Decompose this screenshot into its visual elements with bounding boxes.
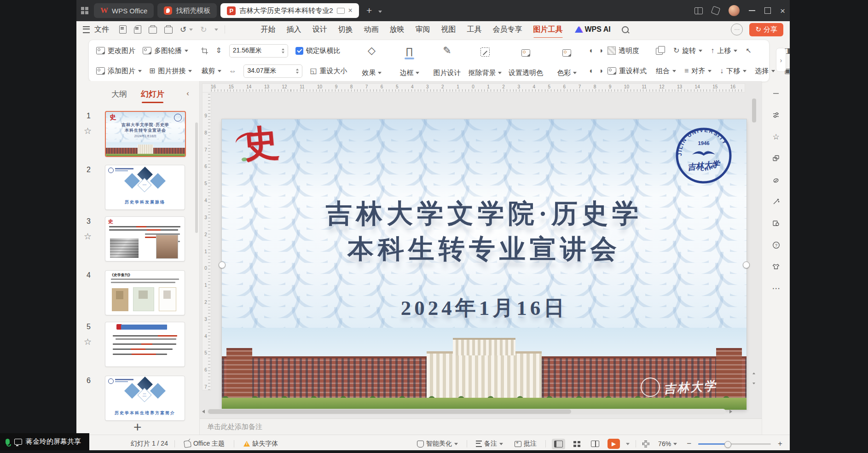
- new-tab-button[interactable]: +: [366, 5, 372, 16]
- copy-shapes-icon[interactable]: [770, 153, 782, 163]
- tab-slides[interactable]: 幻灯片: [141, 89, 164, 99]
- share-button[interactable]: ↻ 分享: [749, 23, 783, 36]
- campus-photo[interactable]: 吉林大学: [222, 328, 746, 410]
- contrast-up-icon[interactable]: ◐: [590, 67, 594, 75]
- set-transparent-button[interactable]: 设置透明色: [504, 42, 548, 79]
- height-input[interactable]: 21.56厘米: [229, 44, 288, 58]
- print-icon[interactable]: [149, 27, 157, 34]
- star-effects-icon[interactable]: ☆: [770, 132, 782, 142]
- height-up-icon[interactable]: [282, 48, 284, 50]
- cloud-service-icon[interactable]: ⋯: [731, 23, 743, 35]
- slide-title[interactable]: 吉林大学文学院·历史学 本科生转专业宣讲会: [222, 196, 746, 267]
- canvas-horizontal-scrollbar[interactable]: [207, 409, 726, 414]
- tab-wps-office[interactable]: W WPS Office: [94, 3, 154, 18]
- theme-button[interactable]: Office 主题: [181, 439, 227, 448]
- print-preview-icon[interactable]: [164, 27, 173, 34]
- select-cursor-icon[interactable]: ↖: [746, 46, 752, 55]
- menu-item[interactable]: 插入: [287, 25, 301, 35]
- remove-background-button[interactable]: 抠除背景: [466, 42, 504, 79]
- slide-thumbnail-3[interactable]: 史: [105, 216, 185, 261]
- slide-date[interactable]: 2024年1月16日: [222, 294, 746, 322]
- adjust-sliders-icon[interactable]: [770, 110, 782, 120]
- select-button[interactable]: 选择: [755, 67, 775, 76]
- move-up-button[interactable]: ↑ 上移: [711, 46, 737, 55]
- zoom-out-button[interactable]: −: [686, 439, 692, 448]
- change-picture-button[interactable]: 更改图片: [96, 46, 135, 55]
- menu-item[interactable]: 切换: [338, 25, 353, 35]
- menu-item[interactable]: 动画: [364, 25, 379, 35]
- tab-outline[interactable]: 大纲: [111, 89, 127, 99]
- slide-thumbnail-2[interactable]: 一 历史学科发展脉络: [105, 165, 185, 210]
- panel-scrollbar[interactable]: [195, 122, 198, 233]
- app-grid-icon[interactable]: [81, 7, 88, 14]
- slide-thumbnail-4[interactable]: 《史学集刊》: [105, 270, 185, 315]
- theme-clothes-icon[interactable]: [770, 261, 782, 272]
- star-icon[interactable]: ☆: [84, 231, 92, 242]
- undo-button[interactable]: ↺: [180, 25, 193, 35]
- collapse-rail-icon[interactable]: [770, 88, 782, 99]
- zoom-slider[interactable]: [698, 443, 771, 445]
- transparency-button[interactable]: 透明度: [608, 46, 639, 55]
- color-button[interactable]: 色彩: [548, 42, 586, 79]
- more-options-icon[interactable]: ⋯: [770, 283, 782, 293]
- collapse-panel-button[interactable]: ‹: [184, 88, 192, 99]
- maximize-button[interactable]: [764, 7, 771, 14]
- smart-beautify-button[interactable]: 智能美化: [414, 439, 461, 448]
- slide-thumbnail-1[interactable]: 史 吉林大学文学院·历史学本科生转专业宣讲会 2024年1月16日: [105, 111, 186, 157]
- next-slide-button[interactable]: [751, 380, 757, 387]
- width-input[interactable]: 34.07厘米: [243, 64, 302, 78]
- group-shapes-icon[interactable]: [656, 48, 663, 55]
- reading-search-icon[interactable]: [770, 218, 782, 228]
- effects-button[interactable]: ◇ 效果: [353, 42, 391, 79]
- group-button[interactable]: 组合: [656, 67, 676, 76]
- ribbon-expand-button[interactable]: ›: [776, 48, 786, 72]
- menu-picture-tools[interactable]: 图片工具: [533, 25, 563, 35]
- width-down-icon[interactable]: [296, 72, 299, 74]
- save-icon[interactable]: [119, 25, 127, 34]
- close-window-button[interactable]: ×: [780, 6, 785, 15]
- brightness-down-icon[interactable]: ◑: [598, 47, 603, 54]
- eco-leaf-icon[interactable]: [770, 175, 782, 185]
- tab-list-dropdown[interactable]: [378, 6, 382, 15]
- multi-carousel-button[interactable]: 多图轮播: [143, 46, 188, 55]
- lock-aspect-checkbox[interactable]: 锁定纵横比: [295, 46, 341, 55]
- contrast-down-icon[interactable]: ◑: [598, 67, 603, 75]
- menu-item[interactable]: 会员专享: [493, 25, 522, 35]
- redo-icon[interactable]: ↻: [200, 25, 207, 35]
- quick-access-dropdown[interactable]: [214, 29, 218, 31]
- help-icon[interactable]: ?: [770, 240, 782, 250]
- slide-editor[interactable]: 史 JILIN UNIVERSITY · CHINA ·: [222, 119, 746, 410]
- normal-view-button[interactable]: [552, 439, 565, 449]
- width-up-icon[interactable]: [296, 69, 299, 70]
- notes-button[interactable]: 备注: [473, 439, 506, 448]
- slide-sorter-view-button[interactable]: [571, 439, 583, 449]
- slide-thumbnail-6[interactable]: 二 历史学本科生培养方案简介: [105, 376, 185, 421]
- zoom-in-button[interactable]: +: [777, 439, 783, 448]
- history-calligraphy-logo[interactable]: 史: [242, 124, 281, 163]
- search-icon[interactable]: [622, 26, 629, 33]
- menu-item[interactable]: 开始: [261, 25, 276, 35]
- tab-current-presentation[interactable]: P 吉林大学历史学科本科转专业2 ×: [220, 3, 359, 18]
- file-menu[interactable]: 文件: [83, 25, 109, 35]
- screen-share-badge[interactable]: 蒋金玲的屏幕共享: [0, 433, 89, 450]
- menu-item[interactable]: 审阅: [416, 25, 430, 35]
- menu-item[interactable]: 设计: [312, 25, 327, 35]
- scroll-left-icon[interactable]: [202, 410, 205, 413]
- wps-ai-button[interactable]: WPS AI: [575, 25, 611, 34]
- output-icon[interactable]: [134, 25, 141, 34]
- border-button[interactable]: ∏ 边框: [391, 42, 428, 79]
- comments-button[interactable]: 批注: [512, 439, 539, 448]
- previous-slide-button[interactable]: [751, 370, 757, 377]
- slideshow-play-button[interactable]: ▶: [608, 439, 620, 449]
- play-options-dropdown[interactable]: [626, 443, 630, 445]
- minimize-button[interactable]: [749, 10, 755, 11]
- reset-style-button[interactable]: 重设样式: [608, 67, 647, 76]
- star-icon[interactable]: ☆: [84, 126, 92, 136]
- height-down-icon[interactable]: [282, 52, 284, 53]
- add-picture-button[interactable]: 添加图片: [96, 67, 142, 76]
- align-button[interactable]: ≡ 对齐: [684, 67, 712, 76]
- stacked-windows-icon[interactable]: [711, 6, 721, 16]
- menu-item[interactable]: 工具: [467, 25, 482, 35]
- reading-view-button[interactable]: [589, 439, 602, 449]
- menu-item[interactable]: 放映: [390, 25, 405, 35]
